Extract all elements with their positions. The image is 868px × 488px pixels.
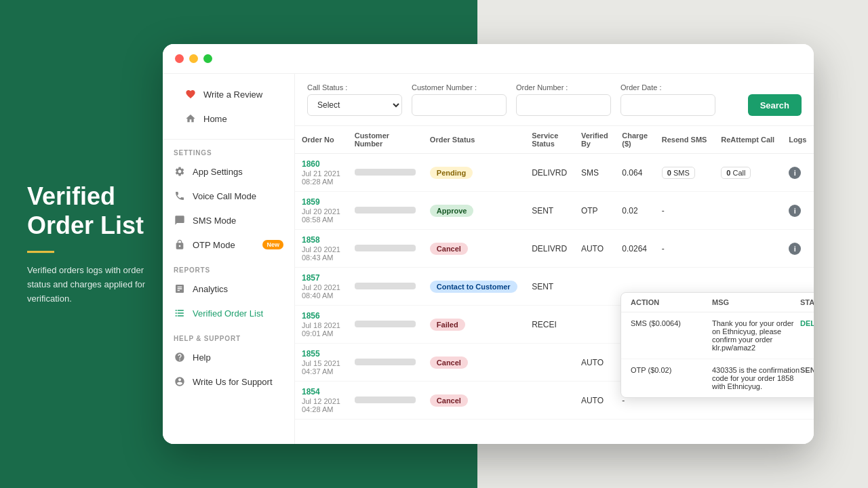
hero-description: Verified orders logs with order status a… (27, 264, 163, 306)
order-number-label: Order Number : (516, 83, 611, 92)
svg-point-4 (176, 315, 177, 317)
col-resend-sms: Resend SMS (655, 126, 715, 154)
info-icon[interactable]: i (789, 243, 801, 255)
cell-service-1859: SENT (525, 192, 574, 230)
cell-order-no: 1854 Jul 12 202104:28 AM (295, 382, 348, 420)
cell-charge-1859: 0.02 (615, 192, 655, 230)
cell-logs-1859: i (782, 192, 814, 230)
tooltip-status-otp: SENT (800, 366, 814, 374)
home-icon (184, 113, 197, 125)
cell-logs-1858: i (782, 230, 814, 268)
cell-status-1855: Cancel (423, 344, 525, 382)
cell-service-1854 (525, 382, 574, 420)
customer-number-group: Customer Number : (412, 83, 507, 116)
cell-order-no: 1855 Jul 15 202104:37 AM (295, 344, 348, 382)
tooltip-msg-sms: Thank you for your order on Ethnicyug, p… (712, 319, 800, 352)
order-date-1855: Jul 15 202104:37 AM (302, 359, 341, 375)
question-icon (174, 351, 186, 363)
sidebar-label-home: Home (203, 114, 227, 124)
sidebar-item-analytics[interactable]: Analytics (163, 277, 294, 301)
order-link-1856[interactable]: 1856 (302, 311, 341, 321)
hero-section: Verified Order List Verified orders logs… (27, 182, 163, 306)
col-logs: Logs (782, 126, 814, 154)
settings-section-label: SETTINGS (163, 140, 294, 159)
status-badge-cancel: Cancel (430, 243, 468, 255)
status-badge-cancel: Cancel (430, 357, 468, 369)
col-customer-number: CustomerNumber (348, 126, 423, 154)
sidebar-label-sms-mode: SMS Mode (193, 216, 236, 226)
reattempt-call-button[interactable]: 0 Call (721, 167, 751, 179)
title-bar (163, 44, 814, 74)
cell-charge-1860: 0.064 (615, 154, 655, 192)
order-link-1859[interactable]: 1859 (302, 197, 341, 207)
order-link-1860[interactable]: 1860 (302, 159, 341, 169)
orders-table-container: Order No CustomerNumber Order Status Ser… (295, 126, 814, 444)
cell-order-no: 1857 Jul 20 202108:40 AM (295, 268, 348, 306)
sidebar-item-support[interactable]: Write Us for Support (163, 369, 294, 394)
order-date-1857: Jul 20 202108:40 AM (302, 283, 341, 300)
sidebar-label-app-settings: App Settings (193, 167, 243, 177)
cell-status-1857: Contact to Customer (423, 268, 525, 306)
customer-number-input[interactable] (412, 94, 507, 116)
cell-call-1860: 0 Call (714, 154, 782, 192)
svg-point-2 (176, 312, 177, 314)
chart-icon (174, 283, 186, 295)
col-service-status: ServiceStatus (525, 126, 574, 154)
gear-icon (174, 165, 186, 178)
sidebar-item-home[interactable]: Home (174, 106, 283, 131)
svg-rect-3 (178, 312, 184, 313)
resend-sms-button[interactable]: 0 SMS (662, 167, 695, 179)
maximize-dot[interactable] (203, 54, 212, 63)
order-link-1854[interactable]: 1854 (302, 387, 341, 396)
cell-resend-1859: - (655, 192, 715, 230)
cell-service-1857: SENT (525, 268, 574, 306)
order-number-input[interactable] (516, 94, 611, 116)
minimize-dot[interactable] (189, 54, 198, 63)
sidebar-item-help[interactable]: Help (163, 345, 294, 369)
sidebar-label-analytics: Analytics (193, 284, 228, 294)
call-status-group: Call Status : Select (307, 83, 402, 116)
cell-verified-1860: SMS (574, 154, 615, 192)
cell-order-no: 1860 Jul 21 202108:28 AM (295, 154, 348, 192)
order-link-1857[interactable]: 1857 (302, 273, 341, 283)
svg-point-0 (176, 310, 177, 311)
customer-number-blurred (355, 359, 416, 365)
tooltip-action-otp: OTP ($0.02) (631, 366, 712, 374)
call-status-select[interactable]: Select (307, 94, 402, 116)
order-date-group: Order Date : (620, 83, 715, 116)
search-button[interactable]: Search (748, 94, 802, 116)
section-settings: SETTINGS App Settings Voice Call Mode (163, 140, 294, 257)
cell-customer-1858 (348, 230, 423, 268)
support-icon (174, 375, 186, 388)
cell-status-1859: Approve (423, 192, 525, 230)
tooltip-popup: ACTION MSG STATUS SMS ($0.0064) Thank yo… (620, 292, 814, 398)
cell-service-1856: RECEI (525, 306, 574, 344)
tooltip-col-status: STATUS (800, 298, 814, 306)
customer-number-blurred (355, 321, 416, 327)
order-link-1855[interactable]: 1855 (302, 349, 341, 359)
status-badge-cancel: Cancel (430, 394, 468, 407)
order-link-1858[interactable]: 1858 (302, 235, 341, 245)
cell-charge-1858: 0.0264 (615, 230, 655, 268)
sms-icon (174, 214, 186, 226)
close-dot[interactable] (175, 54, 184, 63)
order-date-1858: Jul 20 202108:43 AM (302, 245, 341, 262)
sidebar-item-sms-mode[interactable]: SMS Mode (163, 208, 294, 232)
col-verified-by: VerifiedBy (574, 126, 615, 154)
sidebar-item-otp-mode[interactable]: OTP Mode New (163, 232, 294, 257)
sidebar-label-voice-call: Voice Call Mode (193, 191, 256, 201)
cell-verified-1857 (574, 268, 615, 306)
reports-section-label: REPORTS (163, 257, 294, 277)
order-date-input[interactable] (620, 94, 715, 116)
info-icon[interactable]: i (789, 205, 801, 217)
sidebar-item-verified-order-list[interactable]: Verified Order List (163, 301, 294, 325)
cell-status-1856: Failed (423, 306, 525, 344)
info-icon[interactable]: i (789, 167, 801, 179)
sidebar-label-help: Help (193, 352, 211, 363)
sidebar-item-review[interactable]: Write a Review (174, 82, 283, 106)
col-order-no: Order No (295, 126, 348, 154)
cell-verified-1858: AUTO (574, 230, 615, 268)
sidebar-item-app-settings[interactable]: App Settings (163, 159, 294, 184)
svg-rect-5 (178, 315, 184, 316)
sidebar-item-voice-call[interactable]: Voice Call Mode (163, 184, 294, 208)
